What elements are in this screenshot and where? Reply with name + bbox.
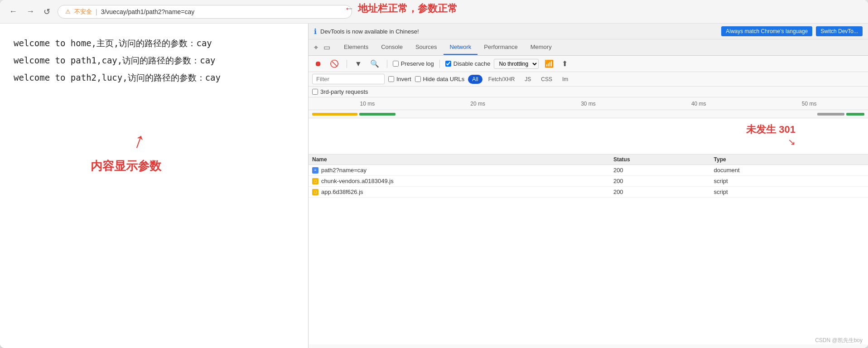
address-bar: ← → ↺ ⚠ 不安全 | 3/vuecay/path1/path2?name=… xyxy=(0,0,868,24)
info-icon: ℹ xyxy=(314,27,317,36)
pill-fetch-xhr[interactable]: Fetch/XHR xyxy=(484,75,519,84)
online-icon[interactable]: 📶 xyxy=(542,58,556,69)
row-2-filename: chunk-vendors.a0183049.js xyxy=(321,178,394,184)
js-icon-1: ◻ xyxy=(312,178,318,184)
page-content: welcome to home,主页,访问的路径的参数：cay welcome … xyxy=(0,24,308,348)
url-text: 3/vuecay/path1/path2?name=cay xyxy=(101,8,195,15)
hide-data-checkbox[interactable]: Hide data URLs xyxy=(415,76,465,82)
url-bar[interactable]: ⚠ 不安全 | 3/vuecay/path1/path2?name=cay xyxy=(58,5,352,19)
page-line-2: welcome to path1,cay,访问的路径的参数：cay xyxy=(14,52,294,69)
tl-bar-2 xyxy=(359,113,395,116)
timeline-10ms: 10 ms xyxy=(360,101,375,107)
upload-icon[interactable]: ⬆ xyxy=(559,58,570,69)
table-row[interactable]: ≡ path2?name=cay 200 document xyxy=(309,165,868,176)
row-2-type: script xyxy=(714,178,864,184)
row-1-status: 200 xyxy=(613,167,714,174)
preserve-log-label: Preserve log xyxy=(401,60,434,67)
col-name-header: Name xyxy=(312,156,613,163)
filter-button[interactable]: ▼ xyxy=(352,58,364,69)
tab-memory[interactable]: Memory xyxy=(524,40,558,55)
timeline-20ms: 20 ms xyxy=(470,101,485,107)
switch-devtools-button[interactable]: Switch DevTo... xyxy=(816,26,863,36)
content-annotation: ↑ 内容显示参数 xyxy=(91,128,161,174)
page-text: welcome to home,主页,访问的路径的参数：cay welcome … xyxy=(14,34,294,86)
row-1-type: document xyxy=(714,167,864,174)
timeline-labels: 10 ms 20 ms 30 ms 40 ms 50 ms xyxy=(312,101,864,107)
forward-button[interactable]: → xyxy=(24,5,36,18)
csdn-watermark: CSDN @凯先生boy xyxy=(815,337,863,344)
table-row[interactable]: ◻ chunk-vendors.a0183049.js 200 script xyxy=(309,176,868,187)
pill-img[interactable]: Im xyxy=(558,75,572,84)
arrow-left-icon: ← xyxy=(344,3,354,14)
record-button[interactable]: ⏺ xyxy=(312,58,324,69)
pill-all[interactable]: All xyxy=(468,75,482,84)
pill-css[interactable]: CSS xyxy=(537,75,556,84)
tab-performance[interactable]: Performance xyxy=(477,40,524,55)
row-2-name: ◻ chunk-vendors.a0183049.js xyxy=(312,178,613,184)
invert-checkbox[interactable]: Invert xyxy=(388,76,411,82)
main-content: welcome to home,主页,访问的路径的参数：cay welcome … xyxy=(0,24,868,348)
timeline-40ms: 40 ms xyxy=(691,101,706,107)
devtools-notify-bar: ℹ DevTools is now available in Chinese! … xyxy=(309,24,868,39)
timeline-bar: 10 ms 20 ms 30 ms 40 ms 50 ms xyxy=(309,97,868,110)
reload-button[interactable]: ↺ xyxy=(42,5,52,19)
js-icon-2: ◻ xyxy=(312,189,318,195)
devtools-filter-bar: Invert Hide data URLs All Fetch/XHR JS C… xyxy=(309,72,868,87)
address-annotation-text: 地址栏正常，参数正常 xyxy=(358,2,458,15)
network-table: Name Status Type ≡ path2?name=cay 200 do… xyxy=(309,155,868,344)
row-3-type: script xyxy=(714,188,864,195)
timeline-50ms: 50 ms xyxy=(802,101,817,107)
throttle-select[interactable]: No throttling xyxy=(494,59,539,69)
devtools-panel: ℹ DevTools is now available in Chinese! … xyxy=(308,24,868,348)
notify-text: DevTools is now available in Chinese! xyxy=(320,28,718,35)
third-party-checkbox[interactable]: 3rd-party requests xyxy=(312,88,864,95)
devtools-icons: ⌖ ▭ xyxy=(312,41,332,53)
tl-bar-4 xyxy=(846,113,864,116)
toolbar-separator-1 xyxy=(347,60,347,68)
filter-input[interactable] xyxy=(312,74,385,84)
doc-icon-1: ≡ xyxy=(312,167,318,174)
network-table-header: Name Status Type xyxy=(309,155,868,165)
tab-elements[interactable]: Elements xyxy=(338,40,375,55)
tab-network[interactable]: Network xyxy=(444,40,478,55)
row-3-name: ◻ app.6d38f626.js xyxy=(312,188,613,195)
row-1-name: ≡ path2?name=cay xyxy=(312,167,613,174)
toolbar-separator-3 xyxy=(439,60,440,68)
arrow-down-right-icon: ↘ xyxy=(788,136,796,147)
preserve-log-checkbox[interactable]: Preserve log xyxy=(393,60,434,67)
row-3-filename: app.6d38f626.js xyxy=(321,188,363,195)
invert-label: Invert xyxy=(396,76,411,82)
timeline-empty: 未发生 301 ↘ xyxy=(309,118,868,155)
hide-data-label: Hide data URLs xyxy=(423,76,465,82)
devtools-footer: CSDN @凯先生boy xyxy=(309,344,868,348)
back-button[interactable]: ← xyxy=(7,5,19,18)
match-language-button[interactable]: Always match Chrome's language xyxy=(721,26,812,36)
insecure-text: 不安全 xyxy=(74,8,92,16)
toolbar-separator-2 xyxy=(387,60,387,68)
col-status-header: Status xyxy=(613,156,714,163)
tl-bar-1 xyxy=(312,113,357,116)
third-party-label: 3rd-party requests xyxy=(320,88,368,95)
row-2-status: 200 xyxy=(613,178,714,184)
timeline-graph xyxy=(309,110,868,118)
tab-sources[interactable]: Sources xyxy=(409,40,444,55)
tab-console[interactable]: Console xyxy=(375,40,409,55)
content-annotation-label: 内容显示参数 xyxy=(91,158,161,174)
pill-js[interactable]: JS xyxy=(521,75,535,84)
clear-button[interactable]: 🚫 xyxy=(328,58,341,69)
row-1-filename: path2?name=cay xyxy=(321,167,366,174)
insecure-icon: ⚠ xyxy=(65,8,71,15)
cursor-icon[interactable]: ⌖ xyxy=(312,42,320,53)
filter-pills: All Fetch/XHR JS CSS Im xyxy=(468,75,572,84)
search-button[interactable]: 🔍 xyxy=(368,58,381,69)
third-party-bar: 3rd-party requests xyxy=(309,87,868,97)
disable-cache-label: Disable cache xyxy=(453,60,491,67)
page-line-3: welcome to path2,lucy,访问的路径的参数：cay xyxy=(14,69,294,86)
device-icon[interactable]: ▭ xyxy=(322,41,332,53)
col-type-header: Type xyxy=(714,156,864,163)
tl-bar-3 xyxy=(817,113,844,116)
table-row[interactable]: ◻ app.6d38f626.js 200 script xyxy=(309,187,868,198)
address-annotation: ← 地址栏正常，参数正常 xyxy=(344,2,458,15)
devtools-tabs: ⌖ ▭ Elements Console Sources Network Per… xyxy=(309,39,868,56)
disable-cache-checkbox[interactable]: Disable cache xyxy=(445,60,491,67)
